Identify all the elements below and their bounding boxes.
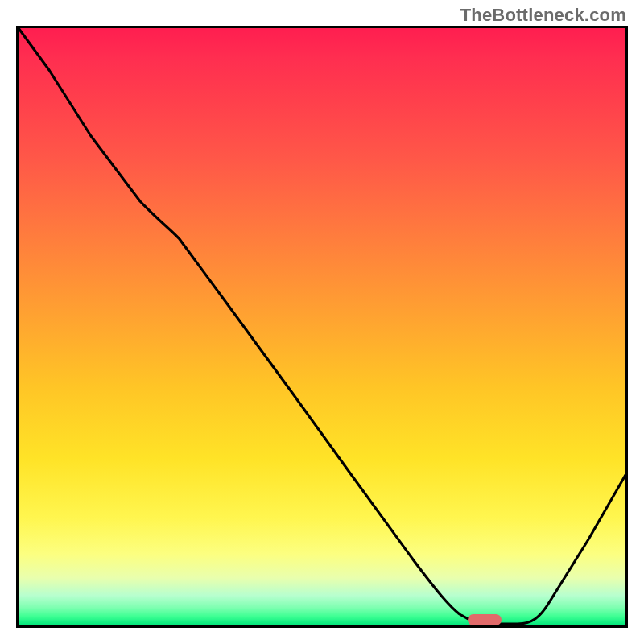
chart-frame: TheBottleneck.com: [0, 0, 644, 644]
attribution-text: TheBottleneck.com: [460, 5, 626, 26]
optimal-marker: [468, 614, 502, 625]
curve-svg: [19, 28, 625, 625]
bottleneck-curve: [19, 28, 625, 624]
plot-area: [16, 26, 628, 628]
